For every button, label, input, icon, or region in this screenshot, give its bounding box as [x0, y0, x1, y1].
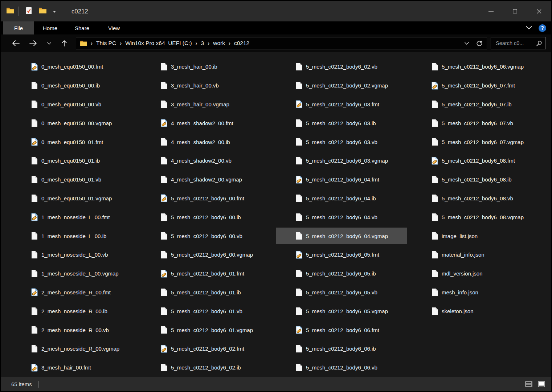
- tab-home[interactable]: Home: [34, 21, 66, 34]
- file-item[interactable]: 0_mesh_equ0150_01.vgmap: [12, 189, 141, 208]
- file-item[interactable]: 5_mesh_c0212_body6_05.vb: [276, 283, 407, 302]
- file-item[interactable]: 5_mesh_c0212_body6_08.vb: [412, 189, 543, 208]
- help-button[interactable]: ?: [539, 24, 546, 32]
- file-item[interactable]: 5_mesh_c0212_body6_07.fmt: [412, 76, 543, 95]
- fmt-document-icon: [296, 326, 302, 334]
- file-item[interactable]: skeleton.json: [412, 302, 543, 320]
- file-item[interactable]: material_info.json: [412, 245, 543, 264]
- file-item[interactable]: 5_mesh_c0212_body6_08.fmt: [412, 151, 543, 170]
- document-icon: [31, 307, 38, 315]
- search-box[interactable]: [491, 37, 546, 49]
- address-bar[interactable]: › This PC › Win10x Pro x64_UEFI (C:) › 3…: [76, 37, 487, 49]
- up-button[interactable]: [56, 40, 72, 47]
- file-item[interactable]: 5_mesh_c0212_body6_03.ib: [276, 114, 407, 132]
- file-item[interactable]: 5_mesh_c0212_body6_05.fmt: [276, 245, 407, 264]
- file-item[interactable]: 3_mesh_hair_00.ib: [141, 57, 276, 76]
- search-input[interactable]: [495, 40, 536, 46]
- tab-share[interactable]: Share: [66, 21, 98, 34]
- tab-file[interactable]: File: [3, 21, 34, 34]
- file-item[interactable]: 0_mesh_equ0150_01.vb: [12, 170, 141, 189]
- file-item[interactable]: 1_mesh_noseside_L_00.vb: [12, 245, 141, 264]
- file-item[interactable]: 5_mesh_c0212_body6_05.vgmap: [276, 302, 407, 320]
- file-item[interactable]: 4_mesh_shadow2_00.fmt: [141, 114, 276, 132]
- file-item[interactable]: 5_mesh_c0212_body6_01.vb: [141, 302, 276, 320]
- window-folder-icon: [6, 7, 14, 15]
- breadcrumb-this-pc[interactable]: This PC: [96, 40, 116, 46]
- file-item[interactable]: 0_mesh_equ0150_01.ib: [12, 151, 141, 170]
- breadcrumb-folder-c0212[interactable]: c0212: [234, 40, 249, 46]
- file-item[interactable]: 1_mesh_noseside_L_00.vgmap: [12, 264, 141, 283]
- address-dropdown-button[interactable]: [464, 42, 469, 45]
- close-button[interactable]: [527, 1, 551, 21]
- file-item[interactable]: 5_mesh_c0212_body6_00.vgmap: [141, 245, 276, 264]
- file-item[interactable]: 5_mesh_c0212_body6_03.vb: [276, 132, 407, 151]
- file-item[interactable]: 5_mesh_c0212_body6_08.ib: [412, 170, 543, 189]
- refresh-button[interactable]: [476, 40, 482, 46]
- file-item[interactable]: 5_mesh_c0212_body6_05.ib: [276, 264, 407, 283]
- thumbnail-view-button[interactable]: [537, 380, 546, 388]
- file-item[interactable]: 5_mesh_c0212_body6_02.fmt: [141, 339, 276, 358]
- file-item[interactable]: 0_mesh_equ0150_00.vgmap: [12, 114, 141, 132]
- file-item[interactable]: mdl_version.json: [412, 264, 543, 283]
- file-item[interactable]: 5_mesh_c0212_body6_06.ib: [276, 339, 407, 358]
- file-item[interactable]: 5_mesh_c0212_body6_06.vgmap: [412, 57, 543, 76]
- qat-properties-button[interactable]: [23, 1, 35, 21]
- folder-icon: [38, 7, 46, 15]
- file-item[interactable]: image_list.json: [412, 226, 543, 245]
- file-item[interactable]: 5_mesh_c0212_body6_01.fmt: [141, 264, 276, 283]
- maximize-button[interactable]: [503, 1, 527, 21]
- file-item[interactable]: 5_mesh_c0212_body6_03.vgmap: [276, 151, 407, 170]
- file-item[interactable]: 5_mesh_c0212_body6_03.fmt: [276, 95, 407, 114]
- file-item[interactable]: 4_mesh_shadow2_00.vgmap: [141, 170, 276, 189]
- file-item[interactable]: 5_mesh_c0212_body6_08.vgmap: [412, 208, 543, 226]
- file-item[interactable]: 5_mesh_c0212_body6_02.ib: [141, 358, 276, 377]
- file-item[interactable]: 2_mesh_noseside_R_00.fmt: [12, 283, 141, 302]
- file-item[interactable]: 1_mesh_noseside_L_00.fmt: [12, 208, 141, 226]
- file-item[interactable]: 5_mesh_c0212_body6_04.ib: [276, 189, 407, 208]
- forward-button[interactable]: [24, 40, 42, 46]
- file-item[interactable]: 4_mesh_shadow2_00.ib: [141, 132, 276, 151]
- qat-newfolder-button[interactable]: [35, 1, 50, 21]
- file-name: 4_mesh_shadow2_00.vb: [171, 158, 232, 164]
- file-item[interactable]: 5_mesh_c0212_body6_07.vb: [412, 114, 543, 132]
- file-item[interactable]: 5_mesh_c0212_body6_01.vgmap: [141, 320, 276, 339]
- file-item[interactable]: 5_mesh_c0212_body6_04.fmt: [276, 170, 407, 189]
- breadcrumb-folder-3[interactable]: 3: [201, 40, 204, 46]
- file-item[interactable]: 1_mesh_noseside_L_00.ib: [12, 226, 141, 245]
- file-name: 5_mesh_c0212_body6_05.ib: [306, 270, 376, 277]
- file-item[interactable]: 3_mesh_hair_00.vb: [141, 76, 276, 95]
- file-item[interactable]: 5_mesh_c0212_body6_02.vb: [276, 57, 407, 76]
- file-item[interactable]: 4_mesh_shadow2_00.vb: [141, 151, 276, 170]
- file-list-area[interactable]: 0_mesh_equ0150_00.fmt0_mesh_equ0150_00.i…: [1, 52, 551, 377]
- breadcrumb-folder-work[interactable]: work: [213, 40, 225, 46]
- file-item[interactable]: 5_mesh_c0212_body6_02.vgmap: [276, 76, 407, 95]
- file-item[interactable]: 0_mesh_equ0150_00.vb: [12, 95, 141, 114]
- file-item[interactable]: 2_mesh_noseside_R_00.vb: [12, 320, 141, 339]
- breadcrumb-drive[interactable]: Win10x Pro x64_UEFI (C:): [125, 40, 192, 46]
- file-item[interactable]: 0_mesh_equ0150_01.fmt: [12, 132, 141, 151]
- file-item[interactable]: 5_mesh_c0212_body6_04.vb: [276, 208, 407, 226]
- details-view-button[interactable]: [524, 380, 533, 388]
- file-item[interactable]: 2_mesh_noseside_R_00.ib: [12, 302, 141, 320]
- file-item[interactable]: 3_mesh_hair_00.vgmap: [141, 95, 276, 114]
- file-item[interactable]: 5_mesh_c0212_body6_00.fmt: [141, 189, 276, 208]
- file-item[interactable]: 3_mesh_hair_00.fmt: [12, 358, 141, 377]
- file-item[interactable]: 5_mesh_c0212_body6_01.ib: [141, 283, 276, 302]
- file-item[interactable]: 2_mesh_noseside_R_00.vgmap: [12, 339, 141, 358]
- back-button[interactable]: [7, 40, 24, 46]
- file-item[interactable]: mesh_info.json: [412, 283, 543, 302]
- file-item[interactable]: 0_mesh_equ0150_00.ib: [12, 76, 141, 95]
- file-item[interactable]: 5_mesh_c0212_body6_00.ib: [141, 208, 276, 226]
- qat-customize-button[interactable]: [50, 10, 59, 13]
- file-item[interactable]: 5_mesh_c0212_body6_07.vgmap: [412, 132, 543, 151]
- file-item[interactable]: 5_mesh_c0212_body6_07.ib: [412, 95, 543, 114]
- minimize-button[interactable]: [479, 1, 503, 21]
- file-item[interactable]: 0_mesh_equ0150_00.fmt: [12, 57, 141, 76]
- collapse-ribbon-button[interactable]: [526, 25, 532, 31]
- file-item[interactable]: 5_mesh_c0212_body6_06.vb: [276, 358, 407, 377]
- file-item[interactable]: 5_mesh_c0212_body6_00.vb: [141, 226, 276, 245]
- recent-locations-button[interactable]: [42, 42, 56, 45]
- file-item[interactable]: 5_mesh_c0212_body6_04.vgmap: [276, 226, 407, 245]
- file-item[interactable]: 5_mesh_c0212_body6_06.fmt: [276, 320, 407, 339]
- tab-view[interactable]: View: [98, 21, 130, 34]
